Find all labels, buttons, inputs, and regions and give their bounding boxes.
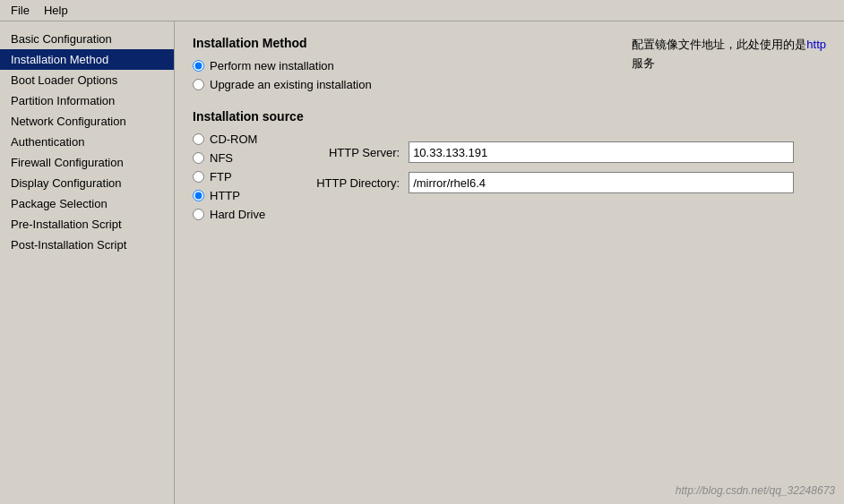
radio-http-input[interactable] xyxy=(193,190,204,201)
radio-upgrade-input[interactable] xyxy=(193,79,204,90)
radio-ftp-label: FTP xyxy=(210,170,232,184)
sidebar: Basic Configuration Installation Method … xyxy=(0,21,175,504)
http-directory-row: HTTP Directory: xyxy=(301,172,794,193)
menu-help[interactable]: Help xyxy=(37,2,75,19)
sidebar-item-display-configuration[interactable]: Display Configuration xyxy=(0,173,174,193)
radio-perform-new-label: Perform new installation xyxy=(210,59,334,73)
http-directory-input[interactable] xyxy=(409,172,794,193)
source-radio-options: CD-ROM NFS FTP HTTP xyxy=(193,132,265,226)
radio-upgrade: Upgrade an existing installation xyxy=(193,78,826,91)
source-nfs: NFS xyxy=(193,151,265,165)
sidebar-item-partition-information[interactable]: Partition Information xyxy=(0,90,174,111)
menu-file[interactable]: File xyxy=(4,2,37,19)
radio-cdrom-input[interactable] xyxy=(193,133,204,145)
sidebar-item-basic-configuration[interactable]: Basic Configuration xyxy=(0,29,174,49)
sidebar-item-firewall-configuration[interactable]: Firewall Configuration xyxy=(0,152,174,173)
radio-nfs-label: NFS xyxy=(210,151,233,165)
radio-harddrive-label: Hard Drive xyxy=(210,208,265,221)
radio-perform-new-input[interactable] xyxy=(193,60,204,72)
radio-ftp-input[interactable] xyxy=(193,171,204,183)
source-cdrom: CD-ROM xyxy=(193,132,265,146)
http-directory-label: HTTP Directory: xyxy=(301,176,400,190)
note-line2: 服务 xyxy=(632,55,826,73)
radio-cdrom-label: CD-ROM xyxy=(210,132,257,146)
sidebar-item-installation-method[interactable]: Installation Method xyxy=(0,49,174,70)
http-server-row: HTTP Server: xyxy=(301,141,794,163)
radio-http-label: HTTP xyxy=(210,189,240,202)
note-link: http xyxy=(806,38,826,51)
sidebar-item-boot-loader[interactable]: Boot Loader Options xyxy=(0,70,174,90)
menubar: File Help xyxy=(0,0,844,21)
sidebar-item-pre-install-script[interactable]: Pre-Installation Script xyxy=(0,214,174,235)
note-text: 配置镜像文件地址，此处使用的是http 服务 xyxy=(632,36,826,73)
radio-nfs-input[interactable] xyxy=(193,152,204,164)
sidebar-item-authentication[interactable]: Authentication xyxy=(0,132,174,152)
source-harddrive: Hard Drive xyxy=(193,208,265,221)
note-prefix: 配置镜像文件地址，此处使用的是 xyxy=(632,38,806,51)
installation-source-section: Installation source CD-ROM NFS FTP xyxy=(193,109,826,239)
radio-harddrive-input[interactable] xyxy=(193,209,204,220)
sidebar-item-post-install-script[interactable]: Post-Installation Script xyxy=(0,235,174,255)
http-server-label: HTTP Server: xyxy=(301,146,400,159)
http-server-input[interactable] xyxy=(409,141,794,163)
watermark: http://blog.csdn.net/qq_32248673 xyxy=(676,484,835,497)
source-http: HTTP xyxy=(193,189,265,202)
sidebar-item-network-configuration[interactable]: Network Configuration xyxy=(0,111,174,132)
main-container: Basic Configuration Installation Method … xyxy=(0,21,844,504)
source-ftp: FTP xyxy=(193,170,265,184)
content-area: 配置镜像文件地址，此处使用的是http 服务 Installation Meth… xyxy=(175,21,844,504)
sidebar-item-package-selection[interactable]: Package Selection xyxy=(0,193,174,214)
radio-upgrade-label: Upgrade an existing installation xyxy=(210,78,372,91)
installation-source-title: Installation source xyxy=(193,109,826,124)
source-fields: HTTP Server: HTTP Directory: xyxy=(301,141,794,239)
